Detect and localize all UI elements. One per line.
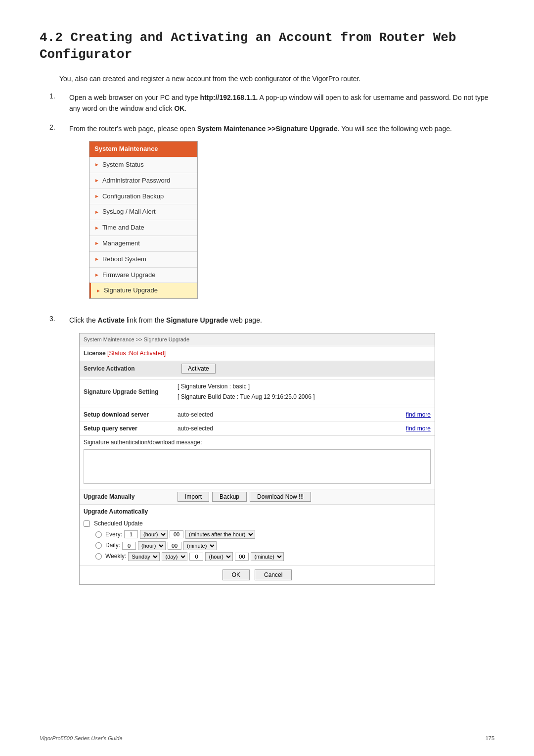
arrow-icon-7: ► <box>94 271 99 279</box>
step-3-bold2: Signature Upgrade <box>166 316 228 324</box>
arrow-icon-0: ► <box>94 161 99 169</box>
intro-text: You, also can created and register a new… <box>59 73 494 84</box>
system-maintenance-menu: System Maintenance ► System Status ► Adm… <box>89 141 198 299</box>
scheduled-update-label: Scheduled Update <box>94 519 143 528</box>
menu-item-signature[interactable]: ► Signature Upgrade <box>89 283 197 298</box>
step-2: 2. From the router's web page, please op… <box>49 123 494 306</box>
cancel-button[interactable]: Cancel <box>255 569 292 580</box>
ok-cancel-row: OK Cancel <box>80 566 435 584</box>
arrow-icon-4: ► <box>94 224 99 232</box>
menu-item-reboot[interactable]: ► Reboot System <box>89 251 197 267</box>
license-row: License [Status :Not Activated] <box>80 346 435 361</box>
menu-label-1: Administrator Password <box>102 176 170 186</box>
page-title: 4.2 Creating and Activating an Account f… <box>40 30 494 63</box>
step-2-text-plain: From the router's web page, please open <box>69 125 197 133</box>
weekly-row: Weekly: Sunday (day) (hour) (minute) <box>84 552 431 561</box>
step-2-num: 2. <box>49 123 69 306</box>
step-3-text-plain: Click the <box>69 316 98 324</box>
menu-label-2: Configuration Backup <box>102 191 164 202</box>
ok-button[interactable]: OK <box>222 569 250 580</box>
sig-build-date: [ Signature Build Date : Tue Aug 12 9:16… <box>178 392 315 402</box>
weekly-minute-unit-select[interactable]: (minute) <box>251 552 284 561</box>
activate-button[interactable]: Activate <box>181 364 216 374</box>
menu-item-syslog[interactable]: ► SysLog / Mail Alert <box>89 204 197 220</box>
auth-message-label: Signature authentication/download messag… <box>84 438 431 447</box>
step-1: 1. Open a web browser on your PC and typ… <box>49 92 494 114</box>
every-label: Every: <box>105 530 122 539</box>
import-button[interactable]: Import <box>178 492 209 502</box>
backup-button[interactable]: Backup <box>212 492 247 502</box>
every-unit-select[interactable]: (hour) <box>140 530 168 539</box>
daily-row: Daily: (hour) (minute) <box>84 541 431 550</box>
every-value-input[interactable] <box>124 530 138 538</box>
menu-item-admin-password[interactable]: ► Administrator Password <box>89 173 197 189</box>
daily-minutes-label-select[interactable]: (minute) <box>183 541 217 550</box>
step-3-bold1: Activate <box>98 316 125 324</box>
footer-guide-name: VigorPro5500 Series User's Guide <box>40 735 123 741</box>
step-2-after1: . You will see the following web page. <box>338 125 452 133</box>
step-2-content: From the router's web page, please open … <box>69 123 494 306</box>
menu-label-3: SysLog / Mail Alert <box>102 207 156 217</box>
license-status: [Status :Not Activated] <box>107 350 166 357</box>
daily-radio[interactable] <box>95 542 102 549</box>
setup-download-find-more[interactable]: find more <box>406 410 431 420</box>
upgrade-manually-label: Upgrade Manually <box>84 492 178 502</box>
arrow-icon-5: ► <box>94 239 99 247</box>
step-3-content: Click the Activate link from the Signatu… <box>69 315 494 592</box>
weekly-day-unit-select[interactable]: (day) <box>162 552 187 561</box>
scheduled-update-row: Scheduled Update <box>84 519 431 528</box>
every-row: Every: (hour) (minutes after the hour) <box>84 530 431 539</box>
service-activation-label: Service Activation <box>84 364 178 374</box>
menu-label-5: Management <box>102 238 140 249</box>
license-label: License [Status :Not Activated] <box>84 349 178 358</box>
arrow-icon-2: ► <box>94 192 99 200</box>
daily-value-input[interactable] <box>122 542 136 550</box>
step-3-after1: link from the <box>125 316 166 324</box>
setup-query-row: Setup query server auto-selected find mo… <box>80 422 435 436</box>
menu-label-7: Firmware Upgrade <box>102 270 156 281</box>
weekly-hour-unit-select[interactable]: (hour) <box>205 552 233 561</box>
every-minutes-input[interactable] <box>170 530 183 538</box>
every-minutes-label-select[interactable]: (minutes after the hour) <box>185 530 255 539</box>
step-3: 3. Click the Activate link from the Sign… <box>49 315 494 592</box>
step-3-after2: web page. <box>228 316 262 324</box>
sig-version: [ Signature Version : basic ] <box>178 382 315 391</box>
menu-item-time-date[interactable]: ► Time and Date <box>89 220 197 236</box>
daily-minutes-input[interactable] <box>168 542 181 550</box>
step-1-after2: . <box>184 104 186 112</box>
menu-label-4: Time and Date <box>102 223 144 233</box>
sig-setting-label: Signature Upgrade Setting <box>84 387 178 397</box>
setup-query-label: Setup query server <box>84 424 178 433</box>
scheduled-update-checkbox[interactable] <box>84 520 90 527</box>
setup-download-value: auto-selected <box>178 410 406 420</box>
menu-item-firmware[interactable]: ► Firmware Upgrade <box>89 267 197 283</box>
weekly-day-select[interactable]: Sunday <box>128 552 160 561</box>
arrow-icon-8: ► <box>96 287 101 295</box>
auth-section: Signature authentication/download messag… <box>80 436 435 489</box>
menu-header: System Maintenance <box>89 142 197 157</box>
step-1-text-plain: Open a web browser on your PC and type <box>69 94 200 101</box>
setup-query-find-more[interactable]: find more <box>406 424 431 433</box>
every-radio[interactable] <box>95 531 102 538</box>
menu-item-management[interactable]: ► Management <box>89 236 197 251</box>
auth-textarea[interactable] <box>84 449 431 484</box>
footer-page-number: 175 <box>486 735 494 741</box>
step-3-num: 3. <box>49 315 69 592</box>
upgrade-manually-row: Upgrade Manually Import Backup Download … <box>80 489 435 505</box>
menu-item-system-status[interactable]: ► System Status <box>89 157 197 173</box>
weekly-minute-input[interactable] <box>235 553 249 561</box>
menu-label-0: System Status <box>102 160 144 170</box>
weekly-radio[interactable] <box>95 553 102 560</box>
sig-setting-row: Signature Upgrade Setting [ Signature Ve… <box>80 379 435 405</box>
step-1-bold2: OK <box>174 104 184 112</box>
menu-item-config-backup[interactable]: ► Configuration Backup <box>89 189 197 204</box>
daily-unit-select[interactable]: (hour) <box>138 541 166 550</box>
step-1-bold1: http://192.168.1.1. <box>200 94 258 101</box>
weekly-hour-input[interactable] <box>189 553 203 561</box>
service-activation-row: Service Activation Activate <box>80 361 435 377</box>
arrow-icon-1: ► <box>94 177 99 185</box>
download-now-button[interactable]: Download Now !!! <box>250 492 311 502</box>
signature-upgrade-panel: System Maintenance >> Signature Upgrade … <box>79 333 435 585</box>
arrow-icon-6: ► <box>94 255 99 263</box>
sig-version-info: [ Signature Version : basic ] [ Signatur… <box>178 382 315 402</box>
